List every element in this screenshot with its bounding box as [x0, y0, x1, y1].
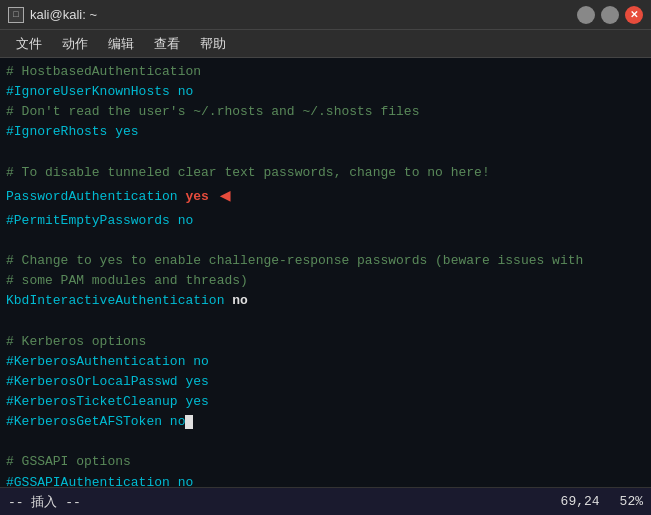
line-7: PasswordAuthentication yes ◀	[6, 183, 645, 211]
menu-edit[interactable]: 编辑	[100, 33, 142, 55]
close-button[interactable]: ✕	[625, 6, 643, 24]
line-20: # GSSAPI options	[6, 452, 645, 472]
titlebar: □ kali@kali: ~ ✕	[0, 0, 651, 30]
minimize-button[interactable]	[577, 6, 595, 24]
status-mode: -- 插入 --	[8, 493, 81, 511]
line-13	[6, 311, 645, 331]
line-15: #KerberosAuthentication no	[6, 352, 645, 372]
menubar: 文件 动作 编辑 查看 帮助	[0, 30, 651, 58]
line-8: #PermitEmptyPasswords no	[6, 211, 645, 231]
window-icon: □	[8, 7, 24, 23]
cursor-position: 69,24	[561, 494, 600, 509]
line-16: #KerberosOrLocalPasswd yes	[6, 372, 645, 392]
line-4: #IgnoreRhosts yes	[6, 122, 645, 142]
line-9	[6, 231, 645, 251]
line-14: # Kerberos options	[6, 332, 645, 352]
line-12: KbdInteractiveAuthentication no	[6, 291, 645, 311]
statusbar: -- 插入 -- 69,24 52%	[0, 487, 651, 515]
line-19	[6, 432, 645, 452]
line-10: # Change to yes to enable challenge-resp…	[6, 251, 645, 271]
line-18: #KerberosGetAFSToken no	[6, 412, 645, 432]
line-17: #KerberosTicketCleanup yes	[6, 392, 645, 412]
line-3: # Don't read the user's ~/.rhosts and ~/…	[6, 102, 645, 122]
line-5	[6, 143, 645, 163]
status-right: 69,24 52%	[561, 494, 643, 509]
menu-action[interactable]: 动作	[54, 33, 96, 55]
titlebar-left: □ kali@kali: ~	[8, 7, 97, 23]
cursor	[185, 415, 193, 429]
window-controls: ✕	[577, 6, 643, 24]
terminal-content[interactable]: # HostbasedAuthentication #IgnoreUserKno…	[0, 58, 651, 487]
scroll-percent: 52%	[620, 494, 643, 509]
line-2: #IgnoreUserKnownHosts no	[6, 82, 645, 102]
line-1: # HostbasedAuthentication	[6, 62, 645, 82]
maximize-button[interactable]	[601, 6, 619, 24]
line-21: #GSSAPIAuthentication no	[6, 473, 645, 487]
menu-file[interactable]: 文件	[8, 33, 50, 55]
menu-view[interactable]: 查看	[146, 33, 188, 55]
window-title: kali@kali: ~	[30, 7, 97, 22]
menu-help[interactable]: 帮助	[192, 33, 234, 55]
line-6: # To disable tunneled clear text passwor…	[6, 163, 645, 183]
line-11: # some PAM modules and threads)	[6, 271, 645, 291]
